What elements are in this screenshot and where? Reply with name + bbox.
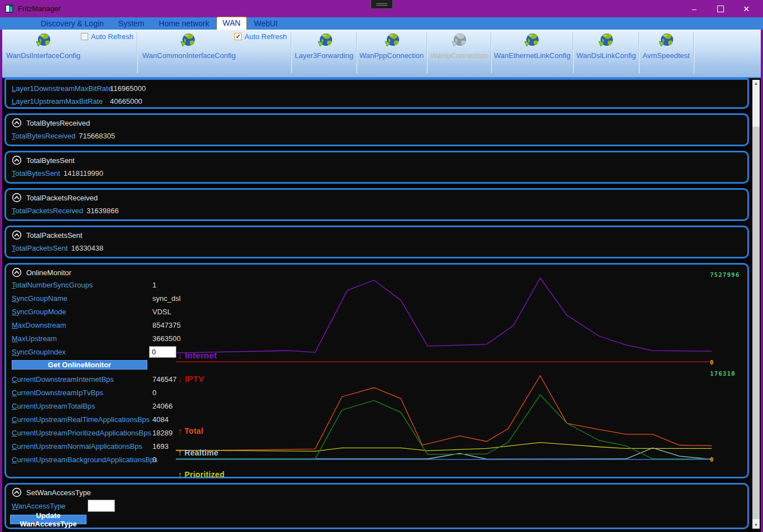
toolbar-item-wandsllinkconfig[interactable]: WanDslLinkConfig <box>573 51 639 60</box>
tab-home-network[interactable]: Home network <box>152 18 217 30</box>
value-layer1downstreammaxbitrate: 116965000 <box>110 84 146 93</box>
value-currentdownstreaminternetbps: 746547 <box>152 375 176 384</box>
collapse-icon[interactable] <box>12 155 22 165</box>
link-layer1downstreammaxbitrate[interactable]: Layer1DownstreamMaxBitRate <box>12 84 107 93</box>
tab-wan[interactable]: WAN <box>217 17 247 30</box>
link-currentdownstreaminternetbps[interactable]: CurrentDownstreamInternetBps <box>12 375 149 384</box>
auto-refresh-checkbox[interactable]: ✓ Auto Refresh <box>234 32 287 41</box>
link-currentdownstreamiptvbps[interactable]: CurrentDownstreamIpTvBps <box>12 389 149 397</box>
toolbar-item-wancommoninterfaceconfig[interactable]: WanCommonInterfaceConfig <box>142 51 232 60</box>
value-syncgroupmode: VDSL <box>152 308 171 316</box>
link-totalbytesreceived[interactable]: TotalBytesReceived <box>12 132 75 140</box>
link-totalbytessent[interactable]: TotalBytesSent <box>12 169 60 178</box>
legend-iptv: ↓ IPTV <box>178 375 217 383</box>
panel-title: OnlineMonitor <box>26 269 71 277</box>
downstream-chart <box>176 272 712 369</box>
get-onlinemonitor-button[interactable]: Get OnlineMonitor <box>12 360 147 370</box>
panel-setwanaccesstype: SetWanAccessType WanAccessType Update Wa… <box>4 483 749 529</box>
panel-onlinemonitor: OnlineMonitor TotalNumberSyncGroups1 Syn… <box>4 263 749 478</box>
toolbar-item-avmspeedtest[interactable]: AvmSpeedtest <box>639 51 693 60</box>
downstream-zero-label: 0 <box>710 360 713 366</box>
link-totalpacketsreceived[interactable]: TotalPacketsReceived <box>12 207 83 215</box>
link-currentupstreamrealtimeapplicationsbps[interactable]: CurrentUpstreamRealTimeApplicationsBps <box>12 415 149 424</box>
link-maxdownstream[interactable]: MaxDownstream <box>12 321 149 329</box>
globe-icon-disabled <box>450 32 468 50</box>
panel-totalbytesreceived: TotalBytesReceived TotalBytesReceived 71… <box>4 113 749 146</box>
globe-icon[interactable] <box>179 32 197 50</box>
tab-webui[interactable]: WebUI <box>247 18 285 30</box>
maximize-button[interactable] <box>711 2 730 16</box>
value-totalbytessent: 1418119990 <box>64 169 103 178</box>
link-currentupstreamtotalbps[interactable]: CurrentUpstreamTotalBps <box>12 402 149 410</box>
toolbar-item-wanpppconnection[interactable]: WanPppConnection <box>356 51 427 60</box>
toolbar-item-wandslinterfaceconfig[interactable]: WanDslInterfaceConfig <box>6 51 81 60</box>
link-totalpacketssent[interactable]: TotalPacketsSent <box>12 244 68 252</box>
scroll-up-icon[interactable]: ▲ <box>752 80 760 87</box>
legend-prioritized: ↑ Prioritized <box>178 471 232 478</box>
value-currentupstreamnormalapplicationsbps: 1693 <box>152 442 169 450</box>
link-currentupstreambackgroundapplicationsbps[interactable]: CurrentUpstreamBackgroundApplicationsBps <box>12 456 149 464</box>
link-maxupstream[interactable]: MaxUpstream <box>12 334 149 343</box>
globe-icon[interactable] <box>597 32 615 50</box>
tab-system[interactable]: System <box>111 18 152 30</box>
minimize-button[interactable]: – <box>685 2 704 16</box>
panel-title: SetWanAccessType <box>26 488 91 497</box>
downstream-max-label: 7527996 <box>710 271 740 279</box>
legend-total: ↑ Total <box>178 428 232 435</box>
link-currentupstreamnormalapplicationsbps[interactable]: CurrentUpstreamNormalApplicationsBps <box>12 442 149 450</box>
link-wanaccesstype[interactable]: WanAccessType <box>12 502 88 510</box>
value-currentupstreamprioritizedapplicationsbps: 18289 <box>152 429 172 437</box>
window-border-left <box>0 30 2 532</box>
upstream-max-label: 176310 <box>710 370 736 377</box>
collapse-icon[interactable] <box>12 487 22 497</box>
collapse-icon[interactable] <box>12 193 22 203</box>
titlebar: FritzManager – ✕ <box>0 0 763 17</box>
collapse-icon[interactable] <box>12 267 22 277</box>
toolbar-item-wanethernetlinkconfig[interactable]: WanEthernetLinkConfig <box>491 51 573 60</box>
syncgroupindex-input[interactable] <box>149 346 176 358</box>
value-currentupstreamtotalbps: 24066 <box>152 402 172 410</box>
link-layer1upstreammaxbitrate[interactable]: Layer1UpstreamMaxBitRate <box>12 97 107 106</box>
auto-refresh-checkbox[interactable]: Auto Refresh <box>81 32 133 41</box>
collapse-icon[interactable] <box>12 230 22 240</box>
link-currentupstreamprioritizedapplicationsbps[interactable]: CurrentUpstreamPrioritizedApplicationsBp… <box>12 429 149 437</box>
toolbar: WanDslInterfaceConfig WanCommonInterface… <box>0 30 763 78</box>
globe-icon[interactable] <box>383 32 401 50</box>
globe-icon[interactable] <box>658 32 675 50</box>
window-border-right <box>761 30 763 532</box>
close-button[interactable]: ✕ <box>737 2 756 16</box>
value-currentupstreambackgroundapplicationsbps: 0 <box>152 456 156 464</box>
globe-icon[interactable] <box>35 32 52 50</box>
value-currentdownstreamiptvbps: 0 <box>152 389 156 397</box>
collapse-icon[interactable] <box>12 118 22 128</box>
panel-title: TotalBytesSent <box>26 156 75 165</box>
toolbar-item-layer3forwarding[interactable]: Layer3Forwarding <box>292 51 356 60</box>
window-title: FritzManager <box>18 4 61 13</box>
panel-bitrate: Layer1DownstreamMaxBitRate 116965000 Lay… <box>4 78 749 109</box>
toolbar-item-wanipconnection: WanIpConnection <box>427 51 491 60</box>
link-syncgroupmode[interactable]: SyncGroupMode <box>12 308 149 316</box>
content-area: Layer1DownstreamMaxBitRate 116965000 Lay… <box>0 78 763 532</box>
scrollbar-thumb[interactable] <box>752 127 760 519</box>
legend-realtime: ↑ Realtime <box>178 449 232 457</box>
tab-discovery-login[interactable]: Discovery & Login <box>33 18 111 30</box>
upstream-chart <box>176 368 712 468</box>
panel-title: TotalPacketsSent <box>26 231 82 239</box>
wanaccesstype-input[interactable] <box>88 500 115 512</box>
checkbox-unchecked-icon[interactable] <box>81 33 88 40</box>
upstream-zero-label: 0 <box>710 457 713 463</box>
globe-icon[interactable] <box>523 32 541 50</box>
vertical-scrollbar[interactable]: ▲ ▼ <box>752 80 760 529</box>
checkbox-checked-icon[interactable]: ✓ <box>234 33 242 40</box>
value-currentupstreamrealtimeapplicationsbps: 4084 <box>152 415 169 424</box>
panel-totalpacketsreceived: TotalPacketsReceived TotalPacketsReceive… <box>4 188 749 221</box>
screen-share-pill[interactable] <box>371 0 393 9</box>
link-syncgroupindex[interactable]: SyncGroupIndex <box>12 348 149 356</box>
link-totalnumbersyncgroups[interactable]: TotalNumberSyncGroups <box>12 281 149 289</box>
link-syncgroupname[interactable]: SyncGroupName <box>12 294 149 303</box>
scroll-down-icon[interactable]: ▼ <box>752 521 760 529</box>
app-icon <box>5 4 13 13</box>
globe-icon[interactable] <box>316 32 334 50</box>
update-wanaccesstype-button[interactable]: Update WanAccessType <box>10 515 87 524</box>
value-totalpacketsreceived: 31639866 <box>87 207 119 215</box>
